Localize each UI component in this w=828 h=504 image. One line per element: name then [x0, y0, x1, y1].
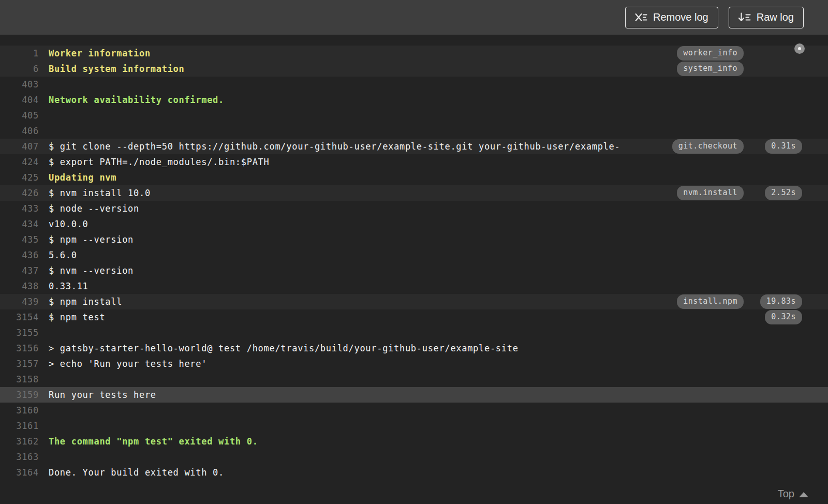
stage-tag-badge: git.checkout [672, 139, 744, 154]
log-line: 407$ git clone --depth=50 https://github… [0, 139, 828, 154]
line-number[interactable]: 435 [0, 234, 39, 245]
duration-badge: 0.32s [765, 310, 802, 324]
log-line: 3154$ npm test0.32s [0, 309, 828, 325]
stage-tag-badge: nvm.install [677, 186, 744, 200]
line-number[interactable]: 3164 [0, 467, 39, 478]
log-line: 3164Done. Your build exited with 0. [0, 465, 828, 480]
log-line: 437$ nvm --version [0, 263, 828, 278]
line-number[interactable]: 3155 [0, 328, 39, 338]
stage-tag-badge: system_info [677, 62, 744, 76]
line-number[interactable]: 407 [0, 141, 39, 152]
log-line: 404Network availability confirmed. [0, 92, 828, 108]
log-line: 1Worker informationworker_info [0, 46, 828, 61]
line-number[interactable]: 1 [0, 48, 39, 58]
log-line-text: $ node --version [49, 203, 828, 214]
follow-log-button[interactable] [794, 43, 805, 54]
line-number[interactable]: 439 [0, 297, 39, 307]
log-line-text: Run your tests here [49, 390, 828, 400]
log-line: 434v10.0.0 [0, 216, 828, 232]
log-line: 3156> gatsby-starter-hello-world@ test /… [0, 340, 828, 356]
log-line: 3155 [0, 325, 828, 340]
up-arrow-icon [799, 492, 808, 497]
line-number[interactable]: 3157 [0, 359, 39, 369]
line-number[interactable]: 3162 [0, 436, 39, 447]
log-line-text: $ npm test [49, 312, 828, 322]
line-number[interactable]: 3158 [0, 374, 39, 384]
line-number[interactable]: 3159 [0, 390, 39, 400]
duration-badge: 2.52s [765, 186, 802, 200]
log-line: 3162The command "npm test" exited with 0… [0, 434, 828, 449]
log-line: 426$ nvm install 10.0nvm.install2.52s [0, 185, 828, 201]
log-line: 403 [0, 77, 828, 92]
log-line-text: The command "npm test" exited with 0. [49, 436, 828, 447]
stage-tag-badge: worker_info [677, 46, 744, 61]
log-line: 406 [0, 123, 828, 139]
log-line: 435$ npm --version [0, 232, 828, 247]
log-line-text: Done. Your build exited with 0. [49, 467, 828, 478]
log-line: 3163 [0, 449, 828, 465]
log-line: 433$ node --version [0, 201, 828, 216]
log-line-text: $ npm --version [49, 234, 828, 245]
remove-log-button[interactable]: Remove log [625, 7, 718, 28]
log-line-text: Updating nvm [49, 172, 828, 183]
log-line: 424$ export PATH=./node_modules/.bin:$PA… [0, 154, 828, 170]
log-line: 4365.6.0 [0, 247, 828, 263]
log-lines: 1Worker informationworker_info6Build sys… [0, 46, 828, 480]
line-number[interactable]: 438 [0, 281, 39, 291]
raw-log-button[interactable]: Raw log [729, 7, 804, 28]
log-line: 3161 [0, 418, 828, 434]
log-line-text: v10.0.0 [49, 219, 828, 229]
line-number[interactable]: 6 [0, 64, 39, 74]
log-line: 6Build system informationsystem_info [0, 61, 828, 77]
remove-log-icon [635, 12, 647, 22]
raw-log-icon [738, 12, 751, 22]
line-number[interactable]: 403 [0, 79, 39, 90]
log-line: 425Updating nvm [0, 170, 828, 185]
line-number[interactable]: 434 [0, 219, 39, 229]
duration-badge: 19.83s [760, 294, 802, 309]
line-number[interactable]: 433 [0, 203, 39, 214]
log-line-text: Network availability confirmed. [49, 95, 828, 105]
log-line: 3158 [0, 372, 828, 387]
line-number[interactable]: 3160 [0, 405, 39, 416]
log-line: 405 [0, 108, 828, 123]
log-line-text: $ export PATH=./node_modules/.bin:$PATH [49, 157, 828, 167]
line-number[interactable]: 406 [0, 126, 39, 136]
scroll-to-top-link[interactable]: Top [778, 488, 808, 500]
log-line: 4380.33.11 [0, 278, 828, 294]
line-number[interactable]: 437 [0, 265, 39, 276]
line-number[interactable]: 3154 [0, 312, 39, 322]
log-line-text: $ nvm --version [49, 265, 828, 276]
line-number[interactable]: 3156 [0, 343, 39, 353]
line-number[interactable]: 426 [0, 188, 39, 198]
line-number[interactable]: 404 [0, 95, 39, 105]
line-number[interactable]: 3161 [0, 421, 39, 431]
log-line: 3160 [0, 403, 828, 418]
log-line-text: 5.6.0 [49, 250, 828, 260]
log-line-text: > gatsby-starter-hello-world@ test /home… [49, 343, 828, 353]
log-line: 3157> echo 'Run your tests here' [0, 356, 828, 372]
line-number[interactable]: 405 [0, 110, 39, 121]
stage-tag-badge: install.npm [677, 294, 744, 309]
log-line-text: > echo 'Run your tests here' [49, 359, 828, 369]
log-line: 439$ npm installinstall.npm19.83s [0, 294, 828, 309]
remove-log-label: Remove log [653, 11, 708, 23]
log-line: 3159Run your tests here [0, 387, 828, 403]
line-number[interactable]: 3163 [0, 452, 39, 462]
duration-badge: 0.31s [765, 139, 802, 154]
build-log: 1Worker informationworker_info6Build sys… [0, 35, 828, 504]
line-number[interactable]: 425 [0, 172, 39, 183]
raw-log-label: Raw log [757, 11, 794, 23]
toolbar: Remove log Raw log [0, 0, 828, 35]
log-line-text: 0.33.11 [49, 281, 828, 291]
line-number[interactable]: 436 [0, 250, 39, 260]
top-link-label: Top [778, 488, 794, 500]
line-number[interactable]: 424 [0, 157, 39, 167]
